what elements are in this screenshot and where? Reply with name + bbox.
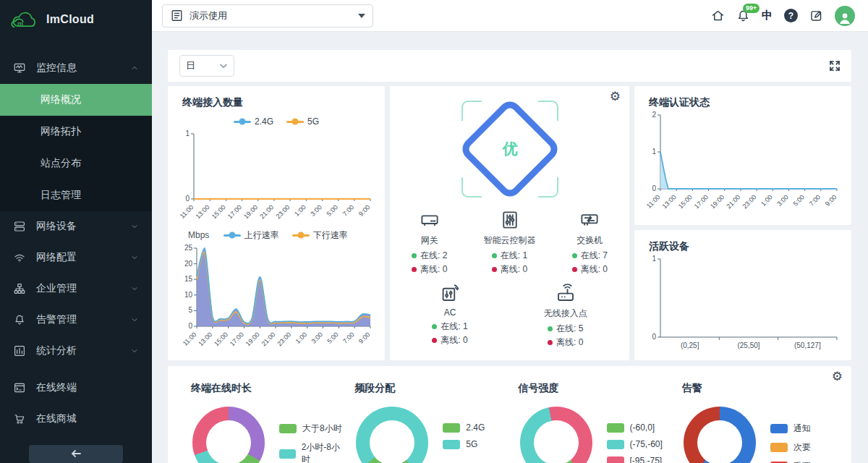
legend-item[interactable]: 下行速率 [292,229,348,242]
mall-icon [13,412,26,425]
svg-text:23:00: 23:00 [741,193,758,210]
sidebar-menu: 监控信息网络概况网络拓扑站点分布日志管理网络设备网络配置企业管理告警管理统计分析… [0,53,152,435]
org-icon [13,282,26,295]
svg-text:15:00: 15:00 [210,203,227,220]
section-band: 频段分配 2.4G5G [346,376,509,463]
org-list-icon [170,9,184,22]
scope-selector[interactable]: 演示使用 [162,4,373,27]
svg-text:21:00: 21:00 [260,331,277,347]
legend-chip-icon [607,440,624,449]
status-dot-icon [492,267,497,272]
svg-text:3:00: 3:00 [310,331,323,344]
sidebar-subitem[interactable]: 网络拓扑 [0,116,152,148]
legend-item[interactable]: 5G [443,439,485,449]
legend-item[interactable]: 2.4G [443,422,485,433]
svg-text:0: 0 [652,333,656,341]
chevron-down-icon [219,61,228,70]
legend-item[interactable]: (-75,-60] [607,439,663,449]
legend-label: (-75,-60] [630,439,663,449]
legend-item[interactable]: 2.4G [234,116,273,127]
sidebar-item[interactable]: 在线商城 [0,404,152,435]
sidebar-item[interactable]: 监控信息 [0,53,152,84]
sidebar-item[interactable]: 统计分析 [0,336,152,367]
legend-item[interactable]: 通知 [770,422,811,435]
fullscreen-button[interactable] [828,59,841,72]
feedback-button[interactable] [809,9,823,22]
topbar-icons: 99+ 中 ? [711,6,855,26]
online-duration-legend: 大于8小时2小时-8小时30分钟-2小时 [279,422,346,463]
legend-item[interactable]: [-95,-75] [607,456,663,463]
sidebar-subitem[interactable]: 网络概况 [0,84,152,116]
panel-title: 活跃设备 [634,230,851,253]
sidebar-collapse-button[interactable] [29,445,123,463]
sidebar-item-label: 统计分析 [36,344,77,357]
status-dot-icon [572,253,577,258]
band-legend: 2.4G5G [443,422,485,449]
panel-wireless-stats: ⚙ 终端在线时长 大于8小时2小时-8小时30分钟-2小时 频段分配 2.4G5… [168,366,851,463]
notifications-button[interactable]: 99+ [736,9,750,22]
sidebar-item-label: 在线终端 [36,381,77,394]
speed-legend: 上行速率下行速率 [197,229,373,242]
help-button[interactable]: ? [784,9,798,22]
svg-text:23:00: 23:00 [275,203,292,220]
svg-text:0: 0 [652,184,656,192]
edit-note-icon [809,9,823,22]
sidebar-item-label: 在线商城 [36,412,77,425]
legend-item[interactable]: 5G [286,116,319,127]
section-title: 终端在线时长 [191,382,346,395]
user-avatar[interactable] [835,6,855,26]
legend-item[interactable]: 重要 [770,460,811,463]
sidebar-item[interactable]: 网络设备 [0,211,152,242]
legend-label: 通知 [793,422,811,435]
bracket-corner-icon [461,177,482,197]
legend-item[interactable]: 2小时-8小时 [279,441,346,463]
online-stat: 在线: 1 [492,249,527,263]
status-dot-icon [548,340,553,345]
status-dot-icon [572,267,577,272]
status-dot-icon [548,326,553,331]
status-dot-icon [432,324,437,329]
sidebar-item[interactable]: 企业管理 [0,273,152,305]
sidebar-item[interactable]: 在线终端 [0,373,152,404]
bracket-corner-icon [538,101,558,121]
status-dot-icon [492,253,497,258]
alarm-legend: 通知次要重要 [770,422,811,463]
device-stat: AC在线: 1离线: 0 [432,282,467,349]
home-button[interactable] [711,9,725,22]
sidebar-item[interactable]: 告警管理 [0,305,152,336]
legend-chip-icon [607,456,624,463]
section-signal: 信号强度 (-60,0](-75,-60][-95,-75] [510,376,673,463]
sidebar-item[interactable]: 网络配置 [0,242,152,273]
settings-gear-icon[interactable]: ⚙ [610,90,621,103]
settings-gear-icon[interactable]: ⚙ [832,370,843,383]
legend-item[interactable]: (-60,0] [607,422,663,433]
period-select[interactable]: 日 [179,55,234,77]
language-toggle[interactable]: 中 [762,9,773,22]
switch-icon [579,209,600,231]
legend-item[interactable]: 上行速率 [224,229,279,242]
svg-text:7:00: 7:00 [808,193,822,207]
panel-auth-status: 终端认证状态 01211:0013:0015:0017:0019:0021:00… [634,86,851,225]
legend-label: 2.4G [466,422,485,433]
svg-text:17:00: 17:00 [693,193,710,210]
chevron-down-icon [130,347,139,355]
active-devices-chart: 01(0,25](25,50](50,127] [643,255,843,354]
device-name: AC [444,307,456,318]
sidebar-subitem[interactable]: 站点分布 [0,148,152,179]
panel-terminal-access: 终端接入数量 2.4G5G 0111:0013:0015:0017:0019:0… [168,86,385,360]
legend-label: 2.4G [255,116,273,127]
sidebar-subitem[interactable]: 日志管理 [0,179,152,211]
legend-label: 重要 [793,460,811,463]
signal-legend: (-60,0](-75,-60][-95,-75] [607,422,663,463]
svg-text:13:00: 13:00 [195,203,211,220]
legend-item[interactable]: 次要 [770,441,811,454]
svg-text:13:00: 13:00 [661,193,678,210]
device-stat: 无线接入点在线: 5离线: 0 [544,282,587,349]
legend-item[interactable]: 大于8小时 [279,422,346,435]
device-stat: 网关在线: 2离线: 0 [412,209,447,276]
device-stat: 智能云控制器在线: 1离线: 0 [484,209,536,276]
legend-label: (-60,0] [630,422,655,433]
legend-marker-icon [286,121,304,123]
svg-text:10: 10 [184,291,193,299]
svg-text:11:00: 11:00 [645,193,662,210]
